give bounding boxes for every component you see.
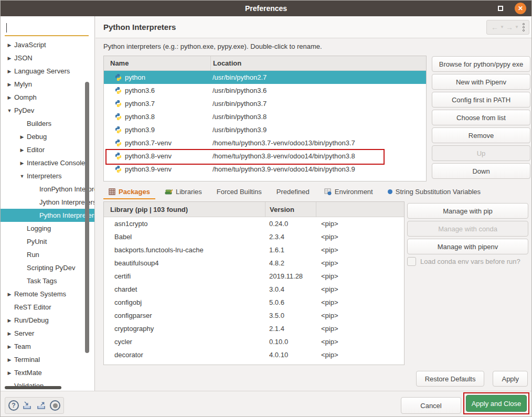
interpreter-row[interactable]: python3.9 /usr/bin/python3.9 bbox=[104, 123, 426, 136]
sidebar-item[interactable]: Debug bbox=[1, 130, 95, 143]
interpreter-row[interactable]: python3.9-venv /home/tu/python3.9-venv/o… bbox=[104, 163, 426, 176]
tree-arrow-icon[interactable] bbox=[5, 108, 14, 113]
export-icon[interactable] bbox=[36, 400, 47, 411]
conda-env-checkbox[interactable] bbox=[407, 257, 416, 266]
package-row[interactable]: chardet 3.0.4 <pip> bbox=[104, 283, 404, 296]
interpreter-row[interactable]: python3.7-venv /home/tu/python3.7-venv/o… bbox=[104, 136, 426, 149]
interpreter-row[interactable]: python3.8-venv /home/tu/python3.8-venv/o… bbox=[104, 149, 426, 163]
package-action-button[interactable]: Manage with pipenv bbox=[407, 239, 528, 254]
back-icon[interactable]: ← bbox=[491, 24, 498, 31]
sidebar-item[interactable]: JSON bbox=[1, 51, 95, 65]
filter-input[interactable] bbox=[5, 20, 89, 35]
tree-arrow-icon[interactable] bbox=[5, 69, 14, 74]
interpreter-action-button[interactable]: Config first in PATH bbox=[432, 92, 530, 108]
sidebar-item[interactable]: Team bbox=[1, 340, 95, 353]
package-row[interactable]: configparser 3.5.0 <pip> bbox=[104, 309, 404, 322]
sidebar-item[interactable]: ReST Editor bbox=[1, 301, 95, 314]
tree-arrow-icon[interactable] bbox=[5, 56, 14, 61]
python-icon bbox=[114, 165, 122, 173]
cancel-button[interactable]: Cancel bbox=[401, 397, 461, 414]
package-row[interactable]: asn1crypto 0.24.0 <pip> bbox=[104, 217, 404, 230]
package-row[interactable]: configobj 5.0.6 <pip> bbox=[104, 296, 404, 309]
view-menu-icon[interactable] bbox=[523, 23, 525, 31]
maximize-icon[interactable] bbox=[498, 6, 503, 11]
tree-arrow-icon[interactable] bbox=[5, 42, 14, 48]
tree-arrow-icon[interactable] bbox=[17, 161, 27, 166]
tree-arrow-icon[interactable] bbox=[5, 82, 14, 87]
sidebar-item[interactable]: Logging bbox=[1, 222, 95, 235]
package-row[interactable]: cryptography 2.1.4 <pip> bbox=[104, 322, 404, 335]
tree-arrow-icon[interactable] bbox=[5, 95, 14, 100]
sidebar-item[interactable]: Python Interpreters bbox=[1, 209, 95, 222]
tab-packages[interactable]: Packages bbox=[103, 185, 155, 199]
tab-environment[interactable]: Environment bbox=[319, 185, 378, 199]
sidebar-item[interactable]: Interpreters bbox=[1, 169, 95, 183]
sidebar-item[interactable]: PyDev bbox=[1, 104, 95, 117]
sidebar-item[interactable]: Run/Debug bbox=[1, 314, 95, 327]
package-origin: <pip> bbox=[316, 298, 404, 306]
sidebar-item[interactable]: IronPython Interpreters bbox=[1, 183, 95, 196]
interpreter-name: python3.7 bbox=[125, 100, 155, 108]
package-row[interactable]: certifi 2019.11.28 <pip> bbox=[104, 270, 404, 283]
sidebar-item[interactable]: Task Tags bbox=[1, 274, 95, 287]
preference-recorder-icon[interactable] bbox=[50, 400, 60, 411]
sidebar-vertical-scrollbar[interactable] bbox=[85, 82, 89, 353]
tree-arrow-icon[interactable] bbox=[5, 357, 14, 362]
sidebar-item[interactable]: Language Servers bbox=[1, 65, 95, 78]
sidebar-item[interactable]: PyUnit bbox=[1, 235, 95, 248]
sidebar-item[interactable]: Builders bbox=[1, 117, 95, 130]
interpreter-row[interactable]: python3.8 /usr/bin/python3.8 bbox=[104, 110, 426, 123]
sidebar-item[interactable]: Server bbox=[1, 327, 95, 340]
sidebar-item[interactable]: Remote Systems bbox=[1, 287, 95, 301]
sidebar-item[interactable]: Oomph bbox=[1, 91, 95, 104]
help-icon[interactable]: ? bbox=[8, 400, 19, 411]
close-icon[interactable]: ✕ bbox=[515, 3, 526, 14]
tree-arrow-icon[interactable] bbox=[17, 134, 27, 140]
package-row[interactable]: beautifulsoup4 4.8.2 <pip> bbox=[104, 256, 404, 270]
interpreter-action-button[interactable]: Down bbox=[432, 163, 530, 179]
interpreter-name-cell: python3.7-venv bbox=[104, 139, 210, 147]
package-row[interactable]: cycler 0.10.0 <pip> bbox=[104, 335, 404, 348]
forward-dropdown-icon[interactable]: ▼ bbox=[515, 25, 519, 29]
sidebar-item[interactable]: Editor bbox=[1, 143, 95, 156]
interpreter-action-button[interactable]: Up bbox=[432, 145, 530, 161]
interpreter-row[interactable]: python3.6 /usr/bin/python3.6 bbox=[104, 84, 426, 97]
apply-and-close-button[interactable]: Apply and Close bbox=[466, 395, 527, 412]
tree-arrow-icon[interactable] bbox=[17, 147, 27, 153]
interpreter-row[interactable]: python /usr/bin/python2.7 bbox=[104, 71, 426, 84]
apply-button[interactable]: Apply bbox=[493, 371, 528, 387]
tab-forced-builtins[interactable]: Forced Builtins bbox=[211, 185, 267, 199]
import-icon[interactable] bbox=[22, 400, 33, 411]
tree-arrow-icon[interactable] bbox=[5, 318, 14, 323]
sidebar-item[interactable]: Scripting PyDev bbox=[1, 261, 95, 274]
back-dropdown-icon[interactable]: ▼ bbox=[500, 25, 504, 29]
interpreter-action-button[interactable]: New with Pipenv bbox=[432, 74, 530, 90]
restore-defaults-button[interactable]: Restore Defaults bbox=[416, 371, 485, 387]
package-row[interactable]: Babel 2.3.4 <pip> bbox=[104, 230, 404, 243]
package-action-button[interactable]: Manage with pip bbox=[407, 203, 528, 219]
tree-arrow-icon[interactable] bbox=[17, 174, 27, 179]
tree-arrow-icon[interactable] bbox=[5, 344, 14, 349]
sidebar-horizontal-scrollbar[interactable] bbox=[5, 386, 61, 389]
interpreter-action-button[interactable]: Remove bbox=[432, 127, 530, 143]
sidebar-item[interactable]: JavaScript bbox=[1, 38, 95, 51]
interpreter-action-button[interactable]: Choose from list bbox=[432, 110, 530, 125]
sidebar-item[interactable]: Jython Interpreters bbox=[1, 196, 95, 209]
sidebar-item[interactable]: Mylyn bbox=[1, 78, 95, 91]
tree-arrow-icon[interactable] bbox=[5, 292, 14, 297]
sidebar-item[interactable]: Run bbox=[1, 248, 95, 261]
sidebar-item[interactable]: TextMate bbox=[1, 366, 95, 379]
tree-arrow-icon[interactable] bbox=[5, 370, 14, 376]
interpreter-row[interactable]: python3.7 /usr/bin/python3.7 bbox=[104, 97, 426, 110]
interpreter-action-button[interactable]: Browse for python/pypy exe bbox=[432, 56, 530, 72]
tab-predefined[interactable]: Predefined bbox=[271, 185, 315, 199]
package-action-button[interactable]: Manage with conda bbox=[407, 221, 528, 237]
tab-libraries[interactable]: Libraries bbox=[159, 185, 207, 199]
sidebar-item[interactable]: Interactive Console bbox=[1, 156, 95, 169]
tab-string-substitution-variables[interactable]: String Substitution Variables bbox=[382, 185, 486, 199]
package-row[interactable]: backports.functools-lru-cache 1.6.1 <pip… bbox=[104, 243, 404, 256]
package-row[interactable]: decorator 4.0.10 <pip> bbox=[104, 348, 404, 361]
forward-icon[interactable]: → bbox=[506, 24, 513, 31]
tree-arrow-icon[interactable] bbox=[5, 331, 14, 336]
sidebar-item[interactable]: Terminal bbox=[1, 353, 95, 366]
